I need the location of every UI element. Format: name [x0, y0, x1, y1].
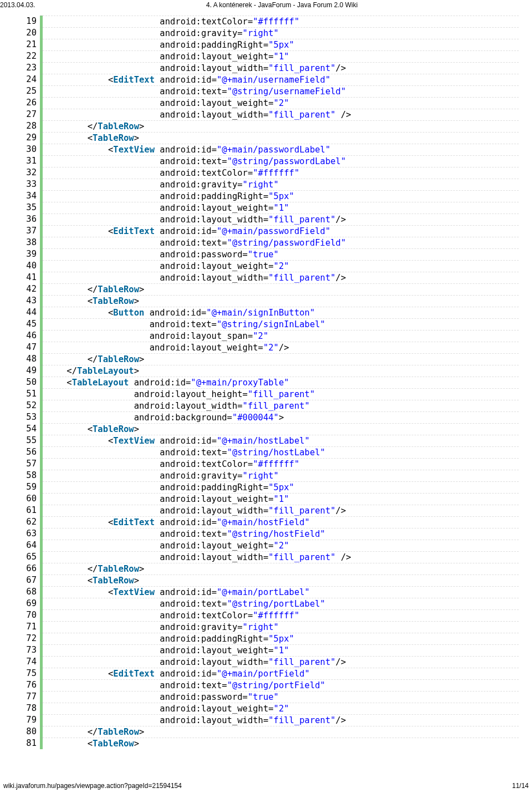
code-content: <EditText android:id="@+main/passwordFie… [43, 225, 519, 237]
code-line: 72 android:paddingRight="5px" [20, 633, 519, 644]
code-line: 42 </TableRow> [20, 283, 519, 295]
code-content: android:gravity="right" [43, 27, 519, 39]
code-line: 73 android:layout_weight="1" [20, 644, 519, 656]
code-line: 46 android:layout_span="2" [20, 330, 519, 342]
code-line: 34 android:paddingRight="5px" [20, 190, 519, 202]
line-number: 63 [20, 528, 40, 540]
code-content: android:layout_weight="1" [43, 644, 519, 656]
code-content: android:text="@string/portField" [43, 679, 519, 691]
line-number: 21 [20, 39, 40, 50]
line-number: 60 [20, 493, 40, 505]
code-line: 80 </TableRow> [20, 726, 519, 738]
line-number: 70 [20, 609, 40, 621]
line-number: 49 [20, 365, 40, 377]
code-content: android:textColor="#ffffff" [43, 458, 519, 470]
code-content: android:layout_weight="1" [43, 50, 519, 62]
line-number: 59 [20, 481, 40, 493]
code-line: 41 android:layout_width="fill_parent"/> [20, 272, 519, 283]
code-content: android:paddingRight="5px" [43, 481, 519, 493]
code-content: <EditText android:id="@+main/hostField" [43, 516, 519, 528]
line-number: 76 [20, 679, 40, 691]
code-content: <TextView android:id="@+main/portLabel" [43, 586, 519, 598]
code-content: <EditText android:id="@+main/usernameFie… [43, 74, 519, 85]
code-content: </TableLayout> [43, 365, 519, 377]
line-number: 58 [20, 470, 40, 481]
code-line: 28 </TableRow> [20, 120, 519, 132]
code-content: <TableRow> [43, 423, 519, 435]
code-line: 57 android:textColor="#ffffff" [20, 458, 519, 470]
code-content: <TextView android:id="@+main/passwordLab… [43, 144, 519, 155]
line-number: 57 [20, 458, 40, 470]
code-content: android:paddingRight="5px" [43, 39, 519, 50]
code-content: android:gravity="right" [43, 179, 519, 190]
code-line: 43 <TableRow> [20, 295, 519, 307]
code-content: android:layout_weight="2" [43, 260, 519, 272]
header-title: 4. A konténerek - JavaForum - Java Forum… [0, 1, 529, 9]
code-content: android:paddingRight="5px" [43, 190, 519, 202]
line-number: 52 [20, 400, 40, 411]
line-number: 32 [20, 167, 40, 179]
code-line: 49 </TableLayout> [20, 365, 519, 377]
code-line: 59 android:paddingRight="5px" [20, 481, 519, 493]
code-line: 32 android:textColor="#ffffff" [20, 167, 519, 179]
line-number: 72 [20, 633, 40, 644]
code-content: android:text="@string/signInLabel" [43, 318, 519, 330]
line-number: 61 [20, 505, 40, 516]
line-number: 73 [20, 644, 40, 656]
code-line: 35 android:layout_weight="1" [20, 202, 519, 214]
code-content: android:layout_width="fill_parent"/> [43, 714, 519, 726]
code-content: android:text="@string/passwordField" [43, 237, 519, 248]
code-line: 77 android:password="true" [20, 691, 519, 703]
code-line: 75 <EditText android:id="@+main/portFiel… [20, 668, 519, 679]
code-content: <TableRow> [43, 295, 519, 307]
code-line: 23 android:layout_width="fill_parent"/> [20, 62, 519, 74]
code-line: 48 </TableRow> [20, 353, 519, 365]
code-line: 38 android:text="@string/passwordField" [20, 237, 519, 248]
code-line: 81 <TableRow> [20, 738, 519, 749]
code-line: 27 android:layout_width="fill_parent" /> [20, 109, 519, 120]
code-line: 30 <TextView android:id="@+main/password… [20, 144, 519, 155]
code-line: 76 android:text="@string/portField" [20, 679, 519, 691]
code-content: android:layout_width="fill_parent"/> [43, 505, 519, 516]
code-content: android:textColor="#ffffff" [43, 609, 519, 621]
code-content: android:text="@string/hostField" [43, 528, 519, 540]
line-number: 37 [20, 225, 40, 237]
code-content: android:gravity="right" [43, 621, 519, 633]
line-number: 23 [20, 62, 40, 74]
code-line: 68 <TextView android:id="@+main/portLabe… [20, 586, 519, 598]
code-line: 52 android:layout_width="fill_parent" [20, 400, 519, 411]
code-line: 22 android:layout_weight="1" [20, 50, 519, 62]
code-content: android:layout_width="fill_parent" /> [43, 551, 519, 563]
code-line: 45 android:text="@string/signInLabel" [20, 318, 519, 330]
code-line: 29 <TableRow> [20, 132, 519, 144]
line-number: 45 [20, 318, 40, 330]
line-number: 25 [20, 85, 40, 97]
line-number: 79 [20, 714, 40, 726]
code-line: 70 android:textColor="#ffffff" [20, 609, 519, 621]
code-line: 71 android:gravity="right" [20, 621, 519, 633]
code-content: <TableRow> [43, 738, 519, 749]
line-number: 81 [20, 738, 40, 749]
code-content: android:password="true" [43, 691, 519, 703]
footer-url: wiki.javaforum.hu/pages/viewpage.action?… [3, 782, 182, 790]
line-number: 39 [20, 248, 40, 260]
code-line: 36 android:layout_width="fill_parent"/> [20, 214, 519, 225]
code-block: 19 android:textColor="#ffffff"20 android… [20, 16, 519, 749]
code-content: android:layout_span="2" [43, 330, 519, 342]
code-content: android:layout_weight="2"/> [43, 342, 519, 353]
code-content: <TableRow> [43, 575, 519, 586]
code-line: 54 <TableRow> [20, 423, 519, 435]
code-line: 60 android:layout_weight="1" [20, 493, 519, 505]
line-number: 75 [20, 668, 40, 679]
code-content: android:gravity="right" [43, 470, 519, 481]
line-number: 62 [20, 516, 40, 528]
code-line: 66 </TableRow> [20, 563, 519, 575]
code-content: <TableRow> [43, 132, 519, 144]
code-line: 74 android:layout_width="fill_parent"/> [20, 656, 519, 668]
code-content: </TableRow> [43, 563, 519, 575]
code-content: </TableRow> [43, 283, 519, 295]
code-line: 26 android:layout_weight="2" [20, 97, 519, 109]
line-number: 47 [20, 342, 40, 353]
code-content: android:layout_weight="2" [43, 540, 519, 551]
code-content: android:layout_weight="1" [43, 493, 519, 505]
